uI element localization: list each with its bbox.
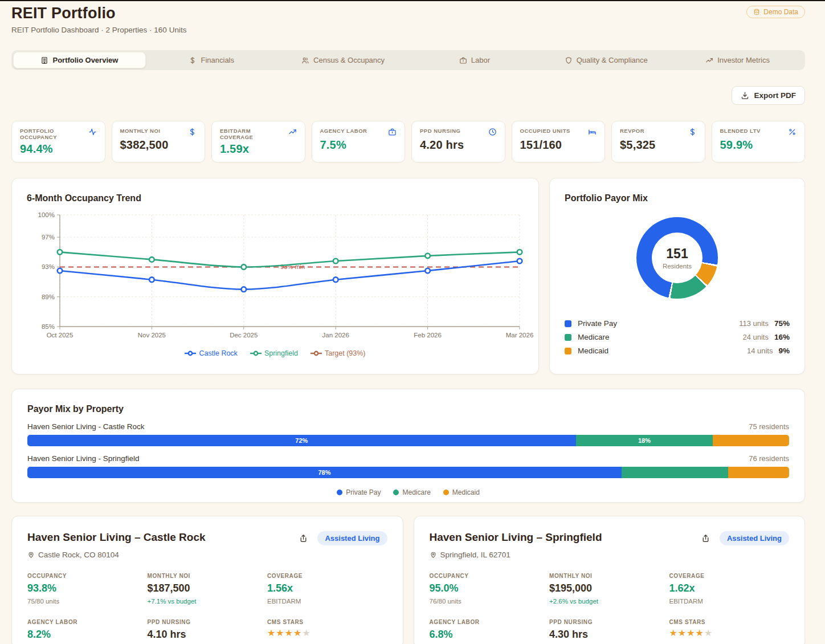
payor-property-row-haven-senior-living-castle-rock: Haven Senior Living - Castle Rock75 resi… <box>27 422 789 446</box>
dollar-icon <box>189 56 197 64</box>
tab-investor-metrics[interactable]: Investor Metrics <box>672 52 803 68</box>
tab-quality-compliance[interactable]: Quality & Compliance <box>540 52 672 68</box>
bar-segment: 78% <box>27 467 622 478</box>
legend-marker-icon <box>185 350 196 356</box>
property-residents: 76 residents <box>749 454 789 463</box>
legend-label: Private Pay <box>346 488 381 496</box>
tab-census-occupancy[interactable]: Census & Occupancy <box>277 52 409 68</box>
metric-cms-stars: CMS STARS★★★★★ <box>267 619 387 641</box>
star-filled-icon: ★ <box>678 628 687 638</box>
tab-portfolio-overview[interactable]: Portfolio Overview <box>13 52 146 68</box>
metric-monthly-noi: MONTHLY NOI$195,000+2.6% vs budget <box>549 573 669 605</box>
occupancy-trend-title: 6-Month Occupancy Trend <box>27 193 524 203</box>
metric-label: COVERAGE <box>669 573 790 579</box>
metric-ppd-nursing: PPD NURSING4.10 hrs <box>148 619 268 641</box>
property-metrics: OCCUPANCY95.0%76/80 unitsMONTHLY NOI$195… <box>430 573 790 641</box>
tab-bar: Portfolio OverviewFinancialsCensus & Occ… <box>11 50 805 70</box>
charts-row: 6-Month Occupancy Trend 100%97%93%89%85%… <box>11 178 805 374</box>
pin-icon <box>27 551 35 559</box>
header: REIT Portfolio REIT Portfolio Dashboard … <box>11 5 805 34</box>
svg-text:89%: 89% <box>42 294 55 300</box>
bar-segment <box>622 467 728 478</box>
share-icon[interactable] <box>299 533 308 543</box>
svg-text:Jan 2026: Jan 2026 <box>322 332 349 339</box>
legend-item-medicaid: Medicaid <box>443 488 480 496</box>
pin-icon <box>430 551 437 559</box>
star-empty-icon: ★ <box>302 628 311 638</box>
kpi-card-occupied-units: OCCUPIED UNITS151/160 <box>512 121 606 162</box>
activity-icon <box>88 128 97 136</box>
property-title: Haven Senior Living – Castle Rock <box>27 531 206 544</box>
payor-legend-row-medicaid: Medicaid14 units9% <box>565 347 790 355</box>
legend-label: Medicare <box>402 488 430 496</box>
dollar-icon <box>188 128 197 136</box>
star-empty-icon: ★ <box>704 628 713 638</box>
bar-segment-label: 72% <box>295 437 308 444</box>
donut-resident-caption: Residents <box>663 263 692 270</box>
payor-pct: 9% <box>778 347 790 355</box>
tab-labor[interactable]: Labor <box>409 52 540 68</box>
metric-value: 4.30 hrs <box>549 629 669 641</box>
occupancy-trend-legend: Castle Rock Springfield Target (93%) <box>27 349 524 357</box>
metric-label: CMS STARS <box>669 619 790 625</box>
property-location-text: Castle Rock, CO 80104 <box>38 551 119 559</box>
star-filled-icon: ★ <box>276 628 284 638</box>
legend-item-castle-rock: Castle Rock <box>185 349 237 357</box>
metric-value: 1.62x <box>669 582 790 594</box>
star-filled-icon: ★ <box>687 628 695 638</box>
metric-agency-labor: AGENCY LABOR6.8% <box>430 619 550 641</box>
payor-mix-legend: Private Pay113 units75%Medicare24 units1… <box>565 319 790 355</box>
download-icon <box>741 91 749 100</box>
tab-financials[interactable]: Financials <box>146 52 277 68</box>
export-pdf-button[interactable]: Export PDF <box>732 86 805 105</box>
payor-name: Private Pay <box>578 319 617 328</box>
payor-by-property-title: Payor Mix by Property <box>27 404 789 414</box>
property-residents: 75 residents <box>749 422 789 431</box>
payor-property-row-haven-senior-living-springfield: Haven Senior Living - Springfield76 resi… <box>27 454 789 478</box>
cms-star-rating: ★★★★★ <box>669 627 790 638</box>
kpi-card-ebitdarm-coverage: EBITDARM COVERAGE1.59x <box>211 121 305 162</box>
payor-mix-donut-chart: 151 Residents <box>636 217 718 299</box>
metric-label: MONTHLY NOI <box>148 573 268 579</box>
property-location: Castle Rock, CO 80104 <box>27 551 387 559</box>
occupancy-trend-chart: 100%97%93%89%85%Oct 2025Nov 2025Dec 2025… <box>27 210 524 343</box>
star-filled-icon: ★ <box>267 628 276 638</box>
metric-sub: 76/80 units <box>430 598 550 605</box>
payor-by-property-legend: Private PayMedicareMedicaid <box>27 488 789 496</box>
kpi-card-blended-ltv: BLENDED LTV59.9% <box>712 121 806 162</box>
clock-icon <box>488 128 497 136</box>
star-filled-icon: ★ <box>696 628 704 638</box>
bar-segment: 18% <box>576 435 713 446</box>
metric-label: OCCUPANCY <box>430 573 550 579</box>
page-title: REIT Portfolio <box>11 5 186 22</box>
trend-icon <box>288 128 297 136</box>
metric-sub: +2.6% vs budget <box>549 598 669 605</box>
legend-label: Medicaid <box>452 488 480 496</box>
metric-cms-stars: CMS STARS★★★★★ <box>669 619 790 641</box>
kpi-card-agency-labor: AGENCY LABOR7.5% <box>312 121 406 162</box>
shield-icon <box>565 56 573 64</box>
payor-legend-row-private-pay: Private Pay113 units75% <box>565 319 790 328</box>
kpi-value: $382,500 <box>120 138 197 152</box>
metric-sub: 75/80 units <box>27 598 148 605</box>
tab-label: Financials <box>201 56 234 64</box>
property-name: Haven Senior Living - Castle Rock <box>27 422 145 431</box>
stacked-bar: 78% <box>27 467 789 478</box>
metric-label: AGENCY LABOR <box>27 619 148 625</box>
payor-legend-row-medicare: Medicare24 units16% <box>565 333 790 341</box>
star-filled-icon: ★ <box>293 628 302 638</box>
legend-swatch-icon <box>565 320 571 327</box>
legend-marker-icon <box>250 350 262 356</box>
legend-item-springfield: Springfield <box>250 349 298 357</box>
bar-segment: 72% <box>27 435 576 446</box>
legend-swatch-icon <box>565 348 571 354</box>
legend-item-private-pay: Private Pay <box>337 488 381 496</box>
cms-star-rating: ★★★★★ <box>267 627 387 638</box>
payor-mix-card: Portfolio Payor Mix 151 Residents Privat… <box>549 178 805 374</box>
metric-value: 8.2% <box>27 629 148 641</box>
export-pdf-label: Export PDF <box>754 91 796 100</box>
share-icon[interactable] <box>701 533 710 543</box>
tab-label: Portfolio Overview <box>52 56 118 64</box>
legend-dot-icon <box>443 490 449 495</box>
metric-label: PPD NURSING <box>148 619 268 625</box>
